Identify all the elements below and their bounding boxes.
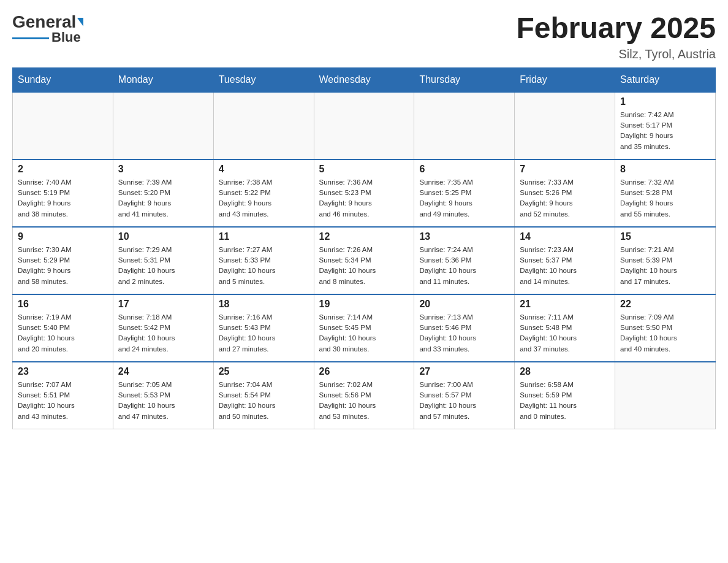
day-info: Sunrise: 7:21 AMSunset: 5:39 PMDaylight:… [620,245,710,287]
calendar-cell: 6Sunrise: 7:35 AMSunset: 5:25 PMDaylight… [414,159,515,227]
day-info: Sunrise: 7:39 AMSunset: 5:20 PMDaylight:… [118,177,208,220]
day-number: 3 [118,164,208,175]
week-row-2: 9Sunrise: 7:30 AMSunset: 5:29 PMDaylight… [13,227,716,294]
calendar-cell: 10Sunrise: 7:29 AMSunset: 5:31 PMDayligh… [113,227,213,294]
calendar-cell: 9Sunrise: 7:30 AMSunset: 5:29 PMDaylight… [13,227,113,294]
week-row-4: 23Sunrise: 7:07 AMSunset: 5:51 PMDayligh… [13,362,716,429]
calendar-cell: 16Sunrise: 7:19 AMSunset: 5:40 PMDayligh… [13,294,113,362]
calendar-cell: 19Sunrise: 7:14 AMSunset: 5:45 PMDayligh… [314,294,414,362]
page-header: General Blue February 2025 Silz, Tyrol, … [12,12,716,61]
logo-line [12,37,49,39]
calendar-cell: 17Sunrise: 7:18 AMSunset: 5:42 PMDayligh… [113,294,213,362]
calendar-cell [615,362,716,429]
day-info: Sunrise: 7:04 AMSunset: 5:54 PMDaylight:… [219,380,309,422]
day-info: Sunrise: 7:40 AMSunset: 5:19 PMDaylight:… [18,177,108,220]
calendar-table: Sunday Monday Tuesday Wednesday Thursday… [12,67,716,430]
day-info: Sunrise: 7:27 AMSunset: 5:33 PMDaylight:… [219,245,309,287]
day-number: 6 [419,164,509,175]
calendar-cell [213,92,314,159]
day-info: Sunrise: 7:36 AMSunset: 5:23 PMDaylight:… [319,177,409,220]
day-number: 16 [18,299,108,310]
day-number: 1 [620,96,710,107]
calendar-cell: 12Sunrise: 7:26 AMSunset: 5:34 PMDayligh… [314,227,414,294]
calendar-cell: 18Sunrise: 7:16 AMSunset: 5:43 PMDayligh… [213,294,314,362]
day-info: Sunrise: 7:23 AMSunset: 5:37 PMDaylight:… [520,245,610,287]
day-info: Sunrise: 7:42 AMSunset: 5:17 PMDaylight:… [620,110,710,152]
day-number: 14 [520,231,610,242]
header-saturday: Saturday [615,67,716,92]
header-wednesday: Wednesday [314,67,414,92]
calendar-cell: 23Sunrise: 7:07 AMSunset: 5:51 PMDayligh… [13,362,113,429]
header-friday: Friday [515,67,615,92]
month-title: February 2025 [516,12,716,45]
day-number: 5 [319,164,409,175]
header-sunday: Sunday [13,67,113,92]
day-number: 22 [620,299,710,310]
logo-triangle-icon [77,18,83,26]
day-info: Sunrise: 7:38 AMSunset: 5:22 PMDaylight:… [219,177,309,220]
calendar-cell [314,92,414,159]
day-info: Sunrise: 6:58 AMSunset: 5:59 PMDaylight:… [520,380,610,422]
day-number: 19 [319,299,409,310]
day-info: Sunrise: 7:16 AMSunset: 5:43 PMDaylight:… [219,312,309,354]
day-info: Sunrise: 7:24 AMSunset: 5:36 PMDaylight:… [419,245,509,287]
day-number: 15 [620,231,710,242]
header-monday: Monday [113,67,213,92]
day-number: 21 [520,299,610,310]
day-number: 17 [118,299,208,310]
calendar-cell: 20Sunrise: 7:13 AMSunset: 5:46 PMDayligh… [414,294,515,362]
day-info: Sunrise: 7:09 AMSunset: 5:50 PMDaylight:… [620,312,710,354]
calendar-cell [414,92,515,159]
calendar-cell: 22Sunrise: 7:09 AMSunset: 5:50 PMDayligh… [615,294,716,362]
calendar-cell: 1Sunrise: 7:42 AMSunset: 5:17 PMDaylight… [615,92,716,159]
day-number: 9 [18,231,108,242]
day-info: Sunrise: 7:33 AMSunset: 5:26 PMDaylight:… [520,177,610,220]
day-number: 24 [118,366,208,377]
day-number: 25 [219,366,309,377]
day-info: Sunrise: 7:18 AMSunset: 5:42 PMDaylight:… [118,312,208,354]
day-number: 7 [520,164,610,175]
day-number: 2 [18,164,108,175]
day-number: 4 [219,164,309,175]
day-info: Sunrise: 7:32 AMSunset: 5:28 PMDaylight:… [620,177,710,220]
calendar-cell: 25Sunrise: 7:04 AMSunset: 5:54 PMDayligh… [213,362,314,429]
calendar-cell [113,92,213,159]
day-info: Sunrise: 7:35 AMSunset: 5:25 PMDaylight:… [419,177,509,220]
weekday-header-row: Sunday Monday Tuesday Wednesday Thursday… [13,67,716,92]
day-number: 13 [419,231,509,242]
calendar-cell [13,92,113,159]
calendar-cell: 5Sunrise: 7:36 AMSunset: 5:23 PMDaylight… [314,159,414,227]
day-info: Sunrise: 7:11 AMSunset: 5:48 PMDaylight:… [520,312,610,354]
calendar-cell: 26Sunrise: 7:02 AMSunset: 5:56 PMDayligh… [314,362,414,429]
day-info: Sunrise: 7:30 AMSunset: 5:29 PMDaylight:… [18,245,108,287]
day-number: 10 [118,231,208,242]
calendar-cell: 7Sunrise: 7:33 AMSunset: 5:26 PMDaylight… [515,159,615,227]
calendar-cell: 24Sunrise: 7:05 AMSunset: 5:53 PMDayligh… [113,362,213,429]
day-number: 28 [520,366,610,377]
logo: General Blue [12,12,83,45]
location-subtitle: Silz, Tyrol, Austria [516,47,716,61]
day-info: Sunrise: 7:29 AMSunset: 5:31 PMDaylight:… [118,245,208,287]
calendar-cell: 21Sunrise: 7:11 AMSunset: 5:48 PMDayligh… [515,294,615,362]
calendar-cell: 28Sunrise: 6:58 AMSunset: 5:59 PMDayligh… [515,362,615,429]
day-info: Sunrise: 7:14 AMSunset: 5:45 PMDaylight:… [319,312,409,354]
day-info: Sunrise: 7:00 AMSunset: 5:57 PMDaylight:… [419,380,509,422]
calendar-cell: 13Sunrise: 7:24 AMSunset: 5:36 PMDayligh… [414,227,515,294]
day-info: Sunrise: 7:19 AMSunset: 5:40 PMDaylight:… [18,312,108,354]
week-row-1: 2Sunrise: 7:40 AMSunset: 5:19 PMDaylight… [13,159,716,227]
day-info: Sunrise: 7:07 AMSunset: 5:51 PMDaylight:… [18,380,108,422]
day-info: Sunrise: 7:05 AMSunset: 5:53 PMDaylight:… [118,380,208,422]
day-info: Sunrise: 7:26 AMSunset: 5:34 PMDaylight:… [319,245,409,287]
calendar-cell: 4Sunrise: 7:38 AMSunset: 5:22 PMDaylight… [213,159,314,227]
day-number: 18 [219,299,309,310]
header-thursday: Thursday [414,67,515,92]
day-info: Sunrise: 7:13 AMSunset: 5:46 PMDaylight:… [419,312,509,354]
calendar-cell: 11Sunrise: 7:27 AMSunset: 5:33 PMDayligh… [213,227,314,294]
day-number: 11 [219,231,309,242]
day-number: 26 [319,366,409,377]
logo-text-blue: Blue [51,29,81,45]
calendar-cell: 27Sunrise: 7:00 AMSunset: 5:57 PMDayligh… [414,362,515,429]
day-number: 12 [319,231,409,242]
header-tuesday: Tuesday [213,67,314,92]
day-info: Sunrise: 7:02 AMSunset: 5:56 PMDaylight:… [319,380,409,422]
